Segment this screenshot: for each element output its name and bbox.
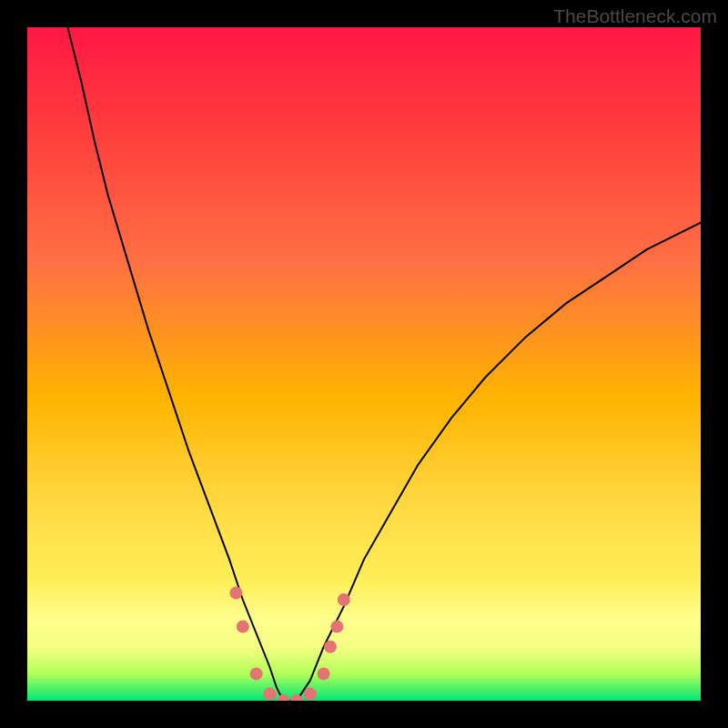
- marker-dot: [304, 688, 317, 701]
- marker-dot: [237, 621, 249, 633]
- curve-layer: [27, 27, 701, 701]
- marker-dot: [330, 621, 343, 633]
- marker-dot: [324, 641, 337, 653]
- marker-dot: [277, 694, 289, 701]
- marker-dot: [250, 667, 263, 680]
- watermark-text: TheBottleneck.com: [553, 5, 717, 27]
- bottleneck-curve: [67, 27, 701, 701]
- marker-dot: [318, 667, 330, 680]
- chart-area: [27, 27, 701, 701]
- marker-dot: [338, 593, 350, 606]
- marker-dot: [263, 688, 276, 701]
- highlight-markers: [229, 587, 349, 701]
- marker-dot: [229, 587, 242, 600]
